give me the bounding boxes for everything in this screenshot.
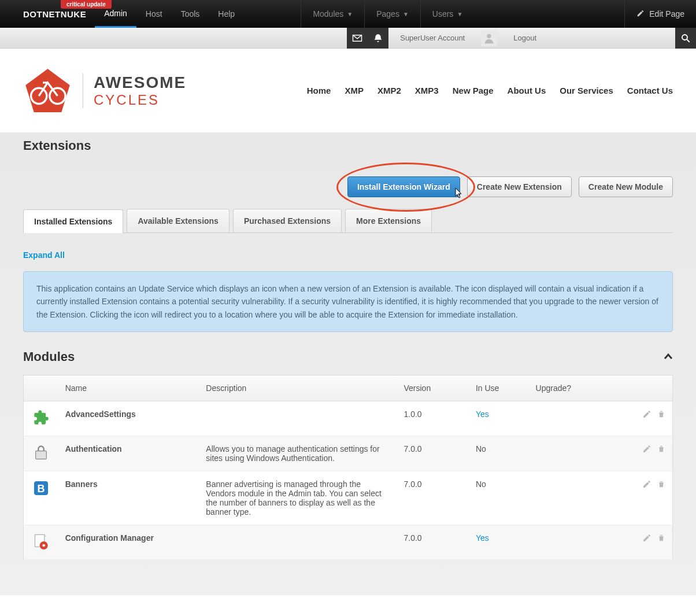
module-inuse[interactable]: Yes [469,525,529,560]
module-description: Allows you to manage authentication sett… [199,436,397,471]
logout-link[interactable]: Logout [502,34,548,42]
table-row: Configuration Manager7.0.0Yes [24,525,673,560]
section-title: Modules [23,349,75,364]
module-upgrade [529,471,622,525]
mail-icon[interactable] [347,28,368,49]
table-row: AdvancedSettings1.0.0Yes [24,401,673,436]
col-upgrade: Upgrade? [529,375,622,401]
tab-installed[interactable]: Installed Extensions [23,209,123,233]
table-row: AuthenticationAllows you to manage authe… [24,436,673,471]
nav-xmp[interactable]: XMP [345,86,364,95]
topbar-menu: Admin Host Tools Help [95,0,244,28]
site-logo[interactable]: AWESOME CYCLES [23,69,186,112]
module-icon: B [24,471,58,525]
table-row: BBannersBanner advertising is managed th… [24,471,673,525]
admin-topbar: critical update DotNetNuke Admin Host To… [0,0,696,28]
account-link[interactable]: SuperUser Account [388,34,476,42]
secondary-bar: SuperUser Account Logout [0,28,696,49]
site-nav: Home XMP XMP2 XMP3 New Page About Us Our… [307,86,673,95]
module-version: 7.0.0 [397,436,469,471]
col-inuse: In Use [469,375,529,401]
search-icon[interactable] [675,28,696,49]
module-name: AdvancedSettings [58,401,199,436]
create-new-module-button[interactable]: Create New Module [579,176,673,197]
module-inuse: No [469,436,529,471]
critical-update-badge[interactable]: critical update [61,0,112,9]
module-version: 7.0.0 [397,525,469,560]
tab-purchased[interactable]: Purchased Extensions [233,209,342,233]
module-description [199,525,397,560]
logo-icon [23,69,72,112]
nav-contact[interactable]: Contact Us [627,86,673,95]
module-inuse: No [469,471,529,525]
section-header: Modules [23,349,673,364]
tabs: Installed Extensions Available Extension… [23,209,673,233]
chevron-down-icon: ▼ [403,11,409,17]
install-extension-wizard-button[interactable]: Install Extension Wizard [347,176,460,197]
edit-icon[interactable] [642,444,651,455]
topbar-pages-dropdown[interactable]: Pages▼ [364,0,420,28]
edit-icon[interactable] [642,410,651,420]
module-upgrade [529,436,622,471]
table-header-row: Name Description Version In Use Upgrade? [24,375,673,401]
topbar-help[interactable]: Help [209,0,244,28]
topbar-modules-dropdown[interactable]: Modules▼ [301,0,364,28]
topbar-tools[interactable]: Tools [172,0,209,28]
svg-point-1 [682,35,687,40]
page-title: Extensions [23,138,673,153]
site-header: AWESOME CYCLES Home XMP XMP2 XMP3 New Pa… [0,49,696,132]
topbar-pages-label: Pages [376,9,399,19]
modules-table: Name Description Version In Use Upgrade?… [23,375,673,560]
chevron-down-icon: ▼ [457,11,462,17]
module-version: 7.0.0 [397,471,469,525]
create-new-extension-button[interactable]: Create New Extension [467,176,572,197]
logo-text-1: AWESOME [94,73,186,92]
module-name: Authentication [58,436,199,471]
delete-icon[interactable] [657,533,665,544]
notification-icon[interactable] [368,28,388,49]
dnn-brand: DotNetNuke [0,9,95,19]
module-version: 1.0.0 [397,401,469,436]
delete-icon[interactable] [657,410,665,420]
nav-home[interactable]: Home [307,86,331,95]
collapse-icon[interactable] [664,352,673,362]
topbar-modules-label: Modules [313,9,343,19]
module-name: Configuration Manager [58,525,199,560]
edit-page-label: Edit Page [649,9,684,19]
edit-icon[interactable] [642,479,651,490]
main-content: Extensions Install Extension Wizard Crea… [0,132,696,595]
tab-more[interactable]: More Extensions [345,209,432,233]
nav-services[interactable]: Our Services [560,86,613,95]
delete-icon[interactable] [657,479,665,490]
svg-marker-10 [45,535,47,537]
col-name: Name [58,375,199,401]
svg-point-0 [487,34,491,38]
nav-xmp2[interactable]: XMP2 [377,86,401,95]
edit-icon[interactable] [642,533,651,544]
edit-page-button[interactable]: Edit Page [624,0,696,28]
topbar-users-label: Users [432,9,454,19]
module-upgrade [529,525,622,560]
avatar[interactable] [481,30,497,46]
nav-xmp3[interactable]: XMP3 [415,86,439,95]
logo-text-2: CYCLES [94,92,186,108]
module-description: Banner advertising is managed through th… [199,471,397,525]
topbar-host[interactable]: Host [136,0,172,28]
topbar-users-dropdown[interactable]: Users▼ [420,0,474,28]
tab-available[interactable]: Available Extensions [127,209,229,233]
nav-about[interactable]: About Us [508,86,546,95]
pencil-icon [636,9,645,19]
nav-newpage[interactable]: New Page [453,86,494,95]
module-upgrade [529,401,622,436]
svg-point-12 [42,544,45,547]
delete-icon[interactable] [657,444,665,455]
module-icon [24,525,58,560]
svg-rect-6 [35,451,46,459]
module-icon [24,436,58,471]
svg-text:B: B [37,483,45,495]
action-row: Install Extension Wizard Create New Exte… [23,176,673,197]
module-description [199,401,397,436]
expand-all-link[interactable]: Expand All [23,250,65,260]
chevron-down-icon: ▼ [347,11,353,17]
module-inuse[interactable]: Yes [469,401,529,436]
